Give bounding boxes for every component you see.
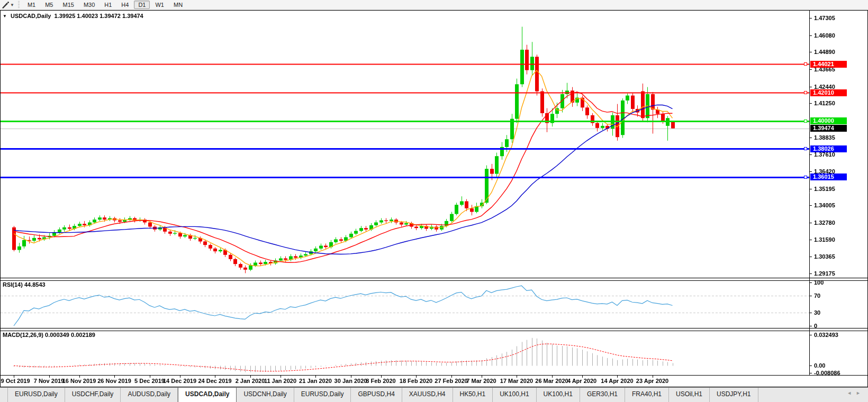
drawing-tool-dropdown-icon[interactable]: ▼ [10, 3, 14, 7]
rsi-scale-tick: 70 [814, 293, 820, 299]
collapse-triangle-icon[interactable]: ▼ [3, 14, 7, 19]
chart-ohlc-values: 1.39925 1.40023 1.39472 1.39474 [55, 13, 143, 19]
macd-scale-tick: 0.032493 [814, 332, 838, 339]
timeframe-button-m1[interactable]: M1 [23, 1, 40, 9]
price-axis-tick: 1.30365 [814, 253, 835, 260]
price-axis-tick: 1.37610 [814, 151, 835, 158]
chart-tab-usdcad-daily[interactable]: USDCAD,Daily [178, 388, 237, 402]
chart-title: ▼ USDCAD,Daily 1.39925 1.40023 1.39472 1… [3, 13, 143, 19]
price-axis-tick: 1.34005 [814, 202, 835, 209]
tab-scroll-right-icon[interactable]: ► [856, 390, 865, 396]
tab-scroll-left-icon[interactable]: ◄ [847, 390, 856, 396]
rsi-scale-tick: 100 [814, 279, 824, 286]
timeframe-button-d1[interactable]: D1 [134, 1, 150, 9]
timeframe-button-m15[interactable]: M15 [58, 1, 78, 9]
hline-price-badge: 1.40000 [810, 117, 847, 124]
chart-tab-usdchf-daily[interactable]: USDCHF,Daily [65, 388, 121, 402]
timeframe-button-w1[interactable]: W1 [151, 1, 168, 9]
macd-indicator-label: MACD(12,26,9) 0.000349 0.002189 [3, 332, 95, 338]
hline-price-badge: 1.44021 [810, 61, 847, 68]
chart-tab-hk50-h1[interactable]: HK50,H1 [453, 388, 493, 402]
price-axis-tick: 1.47305 [814, 15, 835, 22]
chart-tab-fra40-h1[interactable]: FRA40,H1 [625, 388, 669, 402]
price-axis-tick: 1.29175 [814, 270, 835, 277]
current-price-badge: 1.39474 [810, 125, 847, 132]
tab-scroll-arrows: ◄► [847, 390, 865, 396]
price-axis-tick: 1.38835 [814, 134, 835, 141]
mt4-terminal: { "toolbar": { "drawing_tool_icon": "pen… [0, 0, 868, 402]
rsi-scale-tick: 30 [814, 309, 820, 316]
price-axis-tick: 1.35195 [814, 186, 835, 193]
price-chart-canvas[interactable] [0, 0, 868, 402]
hline-price-badge: 1.36015 [810, 173, 847, 180]
price-axis-tick: 1.44890 [814, 49, 835, 56]
price-axis-tick: 1.32780 [814, 220, 835, 226]
macd-scale-tick: -0.008086 [814, 370, 840, 377]
chart-window-tabs: EURUSD,DailyUSDCHF,DailyAUDUSD,DailyUSDC… [0, 387, 868, 402]
timeframe-button-m5[interactable]: M5 [41, 1, 57, 9]
chart-tab-eurusd-daily[interactable]: EURUSD,Daily [294, 388, 351, 402]
price-axis-tick: 1.41250 [814, 100, 835, 107]
chart-tab-usdjpy-h1[interactable]: USDJPY,H1 [710, 388, 758, 402]
drawing-tool-icon[interactable] [1, 1, 10, 8]
toolbar-grip [18, 1, 20, 8]
rsi-indicator-label: RSI(14) 44.8543 [3, 281, 46, 288]
chart-tab-xauusd-h4[interactable]: XAUUSD,H4 [402, 388, 453, 402]
timeframe-button-h1[interactable]: H1 [100, 1, 116, 9]
chart-symbol: USDCAD,Daily [11, 13, 51, 19]
rsi-scale-tick: 0 [814, 323, 817, 330]
timeframe-button-m30[interactable]: M30 [79, 1, 99, 9]
chart-tab-eurusd-daily[interactable]: EURUSD,Daily [7, 388, 65, 402]
timeframe-toolbar: ▼ M1M5M15M30H1H4D1W1MN [0, 0, 868, 10]
timeframe-button-mn[interactable]: MN [169, 1, 187, 9]
chart-tab-usdcnh-daily[interactable]: USDCNH,Daily [237, 388, 294, 402]
chart-tab-uk100-h1[interactable]: UK100,H1 [537, 388, 580, 402]
hline-price-badge: 1.42010 [810, 89, 847, 96]
price-axis-tick: 1.46080 [814, 32, 835, 39]
chart-tab-audusd-daily[interactable]: AUDUSD,Daily [121, 388, 178, 402]
timeframe-buttons: M1M5M15M30H1H4D1W1MN [23, 2, 187, 8]
timeframe-button-h4[interactable]: H4 [117, 1, 133, 9]
chart-tab-uk100-h1[interactable]: UK100,H1 [493, 388, 536, 402]
macd-scale-tick: 0.00 [814, 362, 825, 369]
chart-tab-ger30-h1[interactable]: GER30,H1 [580, 388, 625, 402]
hline-price-badge: 1.38026 [810, 145, 847, 152]
price-axis-tick: 1.31590 [814, 236, 835, 243]
date-axis-label: 23 Apr 2020 [631, 378, 674, 384]
chart-tab-gbpusd-h4[interactable]: GBPUSD,H4 [351, 388, 402, 402]
chart-tab-usoil-h1[interactable]: USOil,H1 [669, 388, 710, 402]
